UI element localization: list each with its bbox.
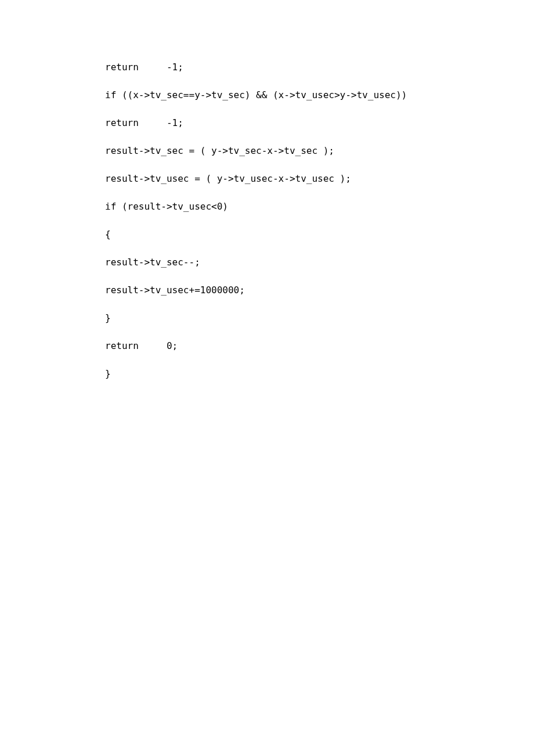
code-line: return -1; (105, 118, 499, 128)
document-page: return -1; if ((x->tv_sec==y->tv_sec) &&… (0, 0, 534, 379)
code-line: result->tv_usec = ( y->tv_usec-x->tv_use… (105, 174, 499, 183)
code-line: result->tv_sec = ( y->tv_sec-x->tv_sec )… (105, 146, 499, 156)
code-line: result->tv_sec--; (105, 258, 499, 267)
code-line: return -1; (105, 63, 499, 72)
code-line: } (105, 314, 499, 323)
code-line: { (105, 230, 499, 239)
code-line: if (result->tv_usec<0) (105, 202, 499, 211)
code-line: } (105, 369, 499, 379)
code-line: if ((x->tv_sec==y->tv_sec) && (x->tv_use… (105, 91, 499, 100)
code-line: return 0; (105, 341, 499, 351)
code-line: result->tv_usec+=1000000; (105, 286, 499, 295)
